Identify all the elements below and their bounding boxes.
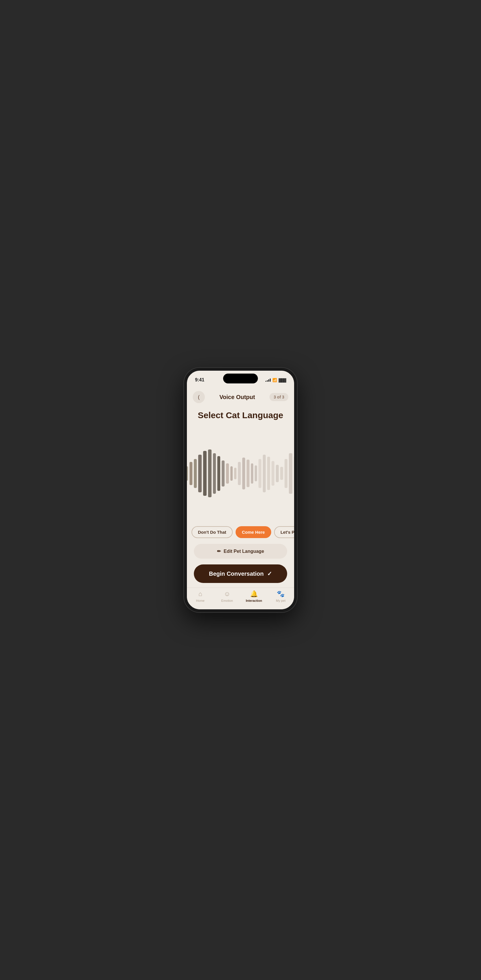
nav-label-emotion: Emotion [221, 599, 233, 602]
wave-bar [255, 465, 257, 481]
nav-item-interaction[interactable]: 🔔Interaction [240, 590, 268, 602]
main-content: ( Voice Output 3 of 3 Select Cat Languag… [187, 385, 294, 609]
wave-bar [238, 462, 241, 485]
nav-label-interaction: Interaction [246, 599, 262, 602]
nav-label-home: Home [196, 599, 205, 602]
nav-icon-home: ⌂ [199, 590, 202, 598]
check-icon: ✓ [267, 570, 272, 577]
nav-label-my-pet: My pet [276, 599, 285, 602]
wave-bar [251, 463, 253, 484]
edit-pet-language-button[interactable]: ✏ Edit Pet Language [194, 544, 287, 558]
wave-bar [289, 453, 292, 494]
back-button[interactable]: ( [193, 391, 205, 403]
wave-bar [247, 460, 250, 487]
wave-bar [263, 455, 266, 492]
begin-btn-container: Begin Conversation ✓ [187, 562, 294, 588]
signal-icon [265, 378, 271, 382]
wave-bar [217, 456, 220, 491]
wave-bar [190, 462, 193, 485]
nav-item-emotion[interactable]: ☺Emotion [214, 590, 241, 602]
wave-bar [280, 467, 283, 480]
wave-bar [285, 459, 287, 488]
nav-icon-interaction: 🔔 [250, 590, 258, 598]
wave-bar [242, 458, 245, 489]
language-pill[interactable]: Come Here [236, 526, 271, 538]
wave-bar [276, 465, 279, 482]
screen: 9:41 📶 ▓▓▓ ( Voice Output 3 of 3 [187, 371, 294, 609]
bottom-nav-wrapper: ⌂Home☺Emotion🔔Interaction🐾My pet [187, 588, 294, 609]
dynamic-island [223, 374, 258, 383]
nav-item-home[interactable]: ⌂Home [187, 590, 214, 602]
wave-bar [208, 449, 212, 497]
battery-icon: ▓▓▓ [279, 378, 286, 382]
wave-bar [258, 459, 261, 488]
wave-bar [203, 451, 207, 496]
phone-shell: 9:41 📶 ▓▓▓ ( Voice Output 3 of 3 [184, 368, 297, 612]
begin-btn-label: Begin Conversation [209, 571, 264, 577]
wave-bar [213, 453, 216, 494]
begin-conversation-button[interactable]: Begin Conversation ✓ [194, 565, 287, 583]
wifi-icon: 📶 [272, 378, 277, 382]
wave-bar [294, 456, 295, 491]
edit-btn-label: Edit Pet Language [224, 549, 264, 554]
wave-bar [267, 457, 270, 490]
wave-bar [194, 459, 197, 488]
wave-bar [230, 466, 233, 481]
edit-btn-container: ✏ Edit Pet Language [187, 540, 294, 562]
status-icons: 📶 ▓▓▓ [265, 378, 286, 382]
language-pill[interactable]: Don't Do That [191, 526, 233, 538]
wave-bar [226, 463, 229, 484]
edit-icon: ✏ [217, 549, 221, 554]
page-title: Select Cat Language [187, 406, 294, 423]
waveform-container [187, 423, 294, 524]
wave-bar [271, 461, 274, 486]
nav-icon-my-pet: 🐾 [277, 590, 285, 598]
wave-bar [198, 455, 202, 492]
bottom-nav: ⌂Home☺Emotion🔔Interaction🐾My pet [187, 588, 294, 609]
header-title: Voice Output [219, 394, 255, 401]
nav-item-my-pet[interactable]: 🐾My pet [268, 590, 295, 602]
language-pill[interactable]: Let's Play [274, 526, 294, 538]
wave-bar [222, 460, 225, 487]
wave-bar [187, 466, 188, 481]
wave-bar [234, 468, 236, 479]
waveform [193, 447, 288, 500]
page-badge: 3 of 3 [269, 393, 288, 401]
back-icon: ( [198, 394, 200, 400]
header: ( Voice Output 3 of 3 [187, 388, 294, 406]
status-time: 9:41 [195, 377, 204, 383]
language-pills: Don't Do ThatCome HereLet's PlayStay cal… [187, 524, 294, 540]
nav-icon-emotion: ☺ [224, 590, 230, 598]
